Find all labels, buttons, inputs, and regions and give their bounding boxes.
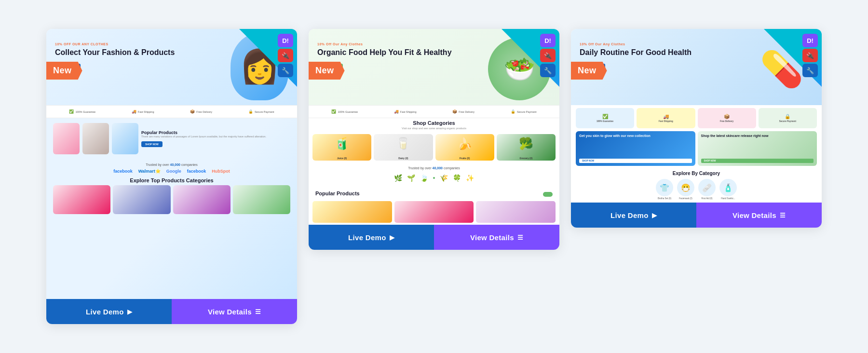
food-explore-title: Shop Categories xyxy=(309,118,559,127)
fashion-product-2 xyxy=(82,123,109,154)
food-divi-ribbon: D! 🔌 🔧 xyxy=(516,29,559,72)
food-product-2 xyxy=(394,201,474,223)
fashion-hero-text: 10% OFF OUR ANY CLOTHES Collect Your Fas… xyxy=(55,38,231,70)
health-explore-item-4: 🧴 Hand Sanitiz... xyxy=(719,179,737,200)
food-details-icon: ☰ xyxy=(517,234,523,241)
food-footer: Live Demo ▶ View Details ☰ xyxy=(309,225,559,250)
food-cat-grocery: 🥦 Grocery (2) xyxy=(497,134,556,161)
food-hero-text: 10% Off Our Any Clothes Organic Food Hel… xyxy=(317,38,488,70)
cards-container: D! 🔌 🔧 New 10% OFF OUR ANY CLOTHES Colle… xyxy=(10,29,858,324)
food-live-demo-btn[interactable]: Live Demo ▶ xyxy=(309,225,434,250)
food-title: Organic Food Help You Fit & Healthy xyxy=(317,48,488,57)
health-explore-item-3: 🩹 First Aid (0) xyxy=(698,179,716,200)
health-explore-item-2: 😷 Facemask (2) xyxy=(677,179,694,200)
health-preview: D! 🔌 🔧 New 10% Off Our Any Clothes Daily… xyxy=(571,29,822,203)
health-explore-circle-4: 🧴 xyxy=(719,179,737,196)
health-divi-ribbon: D! 🔌 🔧 xyxy=(778,29,822,72)
divi-icon-b: 🔧 xyxy=(278,64,293,77)
health-hero-text: 10% Off Our Any Clothes Daily Routine Fo… xyxy=(580,38,750,70)
fashion-product-1 xyxy=(53,123,80,154)
health-promo-card-2: Shop the latest skincare release right n… xyxy=(698,131,817,166)
brand-facebook: facebook xyxy=(113,169,133,174)
food-trust-1: ✅100% Guarantee xyxy=(331,109,358,114)
brand-google: Google xyxy=(166,169,181,174)
food-icon-4: 🌾 xyxy=(440,174,448,182)
health-promo-2-btn[interactable]: SHOP NOW xyxy=(701,159,814,163)
fashion-footer: Live Demo ▶ View Details ☰ xyxy=(46,299,297,324)
fashion-view-details-btn[interactable]: View Details ☰ xyxy=(172,299,297,324)
food-divi-icon-d: D! xyxy=(540,34,556,47)
fashion-cat-2 xyxy=(113,185,170,214)
fashion-cat-4 xyxy=(233,185,290,214)
card-fashion: D! 🔌 🔧 New 10% OFF OUR ANY CLOTHES Colle… xyxy=(46,29,297,324)
food-icon-5: 🍀 xyxy=(453,174,461,182)
fashion-products-row: Popular Products There are many variatio… xyxy=(53,123,290,154)
health-view-details-btn[interactable]: View Details ☰ xyxy=(696,203,822,228)
food-toggle[interactable] xyxy=(543,192,553,197)
food-preview: D! 🔌 🔧 New 10% Off Our Any Clothes Organ… xyxy=(309,29,559,225)
food-icon-3: 🍃 xyxy=(420,174,428,182)
fashion-title: Collect Your Fashion & Products xyxy=(55,48,231,57)
health-promo-1-btn[interactable]: SHOP NOW xyxy=(579,159,692,163)
brand-facebook2: facebook xyxy=(187,169,206,174)
fashion-live-demo-btn[interactable]: Live Demo ▶ xyxy=(46,299,172,324)
health-explore-circle-3: 🩹 xyxy=(698,179,716,196)
health-promo-row: Get you skin to glow with our new collec… xyxy=(571,131,822,169)
food-live-arrow-icon: ▶ xyxy=(390,234,394,241)
health-trust-boxes: ✅ 100% Guarantee 🚚 Fast Shipping 📦 Free … xyxy=(571,105,822,131)
food-trust-4: 🔒Secure Payment xyxy=(511,109,537,114)
fashion-details-icon: ☰ xyxy=(255,308,261,315)
food-cat-juice: 🧃 Juice (2) xyxy=(312,134,371,161)
fashion-cat-1 xyxy=(53,185,110,214)
food-view-details-btn[interactable]: View Details ☰ xyxy=(434,225,559,250)
food-divi-icon-b: 🔧 xyxy=(540,64,556,77)
divi-icon-d: D! xyxy=(278,34,293,47)
health-divi-icon-b: 🔧 xyxy=(802,64,818,77)
card-food: D! 🔌 🔧 New 10% Off Our Any Clothes Organ… xyxy=(309,29,559,250)
fashion-brands: facebook Walmart⭐ Google facebook HubSpo… xyxy=(53,169,290,174)
fashion-cat-3 xyxy=(173,185,231,214)
health-trust-box-2: 🚚 Fast Shipping xyxy=(637,108,695,128)
food-icon-1: 🌿 xyxy=(394,174,402,182)
fashion-categories xyxy=(46,185,297,218)
food-divi-icon-e: 🔌 xyxy=(540,49,556,62)
health-promo-card-1: Get you skin to glow with our new collec… xyxy=(576,131,695,166)
fashion-product-btn[interactable]: SHOP NOW xyxy=(141,141,163,147)
health-explore-item-1: 👕 Brotha Set (0) xyxy=(656,179,673,200)
fashion-trusted: Trusted by over 40,000 companies faceboo… xyxy=(46,159,297,177)
brand-walmart: Walmart⭐ xyxy=(138,169,161,174)
fashion-trust-bar: ✅100% Guarantee 🚚Fast Shipping 📦Free Del… xyxy=(46,105,297,118)
brand-hubspot: HubSpot xyxy=(212,169,230,174)
fashion-trust-4: 🔒Secure Payment xyxy=(248,109,274,114)
fashion-divi-ribbon: D! 🔌 🔧 xyxy=(254,29,297,72)
fashion-products-section: Popular Products There are many variatio… xyxy=(46,118,297,159)
fashion-preview: D! 🔌 🔧 New 10% OFF OUR ANY CLOTHES Colle… xyxy=(46,29,297,299)
food-cat-fruits: 🍌 Fruits (2) xyxy=(435,134,494,161)
food-trust-bar: ✅100% Guarantee 🚚Fast Shipping 📦Free Del… xyxy=(309,105,559,118)
fashion-promo: 10% OFF OUR ANY CLOTHES xyxy=(55,42,231,46)
fashion-preview-inner: D! 🔌 🔧 New 10% OFF OUR ANY CLOTHES Colle… xyxy=(46,29,297,218)
food-dot xyxy=(433,177,435,179)
health-trust-box-3: 📦 Free Delivery xyxy=(698,108,756,128)
food-trusted-text: Trusted by over 40,000 companies xyxy=(315,166,553,170)
food-products-row xyxy=(309,199,559,225)
food-promo: 10% Off Our Any Clothes xyxy=(317,42,488,46)
health-footer: Live Demo ▶ View Details ☰ xyxy=(571,203,822,228)
health-live-demo-btn[interactable]: Live Demo ▶ xyxy=(571,203,696,228)
health-trust-box-1: ✅ 100% Guarantee xyxy=(576,108,634,128)
health-live-arrow-icon: ▶ xyxy=(652,212,657,219)
food-popular-row: Popular Products xyxy=(309,188,559,199)
fashion-product-3 xyxy=(112,123,138,154)
food-product-3 xyxy=(476,201,556,223)
fashion-products-desc: There are many variations of passages of… xyxy=(141,135,290,139)
health-promo-1-title: Get you skin to glow with our new collec… xyxy=(579,134,692,137)
fashion-products-title: Popular Products xyxy=(141,130,290,135)
food-trusted: Trusted by over 40,000 companies 🌿 🌱 🍃 🌾… xyxy=(309,163,559,188)
food-trust-2: 🚚Fast Shipping xyxy=(394,109,417,114)
fashion-new-badge: New xyxy=(46,62,82,80)
health-explore-circle-2: 😷 xyxy=(677,179,694,196)
health-details-icon: ☰ xyxy=(780,212,786,219)
food-new-badge: New xyxy=(309,62,345,80)
health-new-badge: New xyxy=(571,62,607,80)
food-green-icons: 🌿 🌱 🍃 🌾 🍀 ✨ xyxy=(315,172,553,184)
